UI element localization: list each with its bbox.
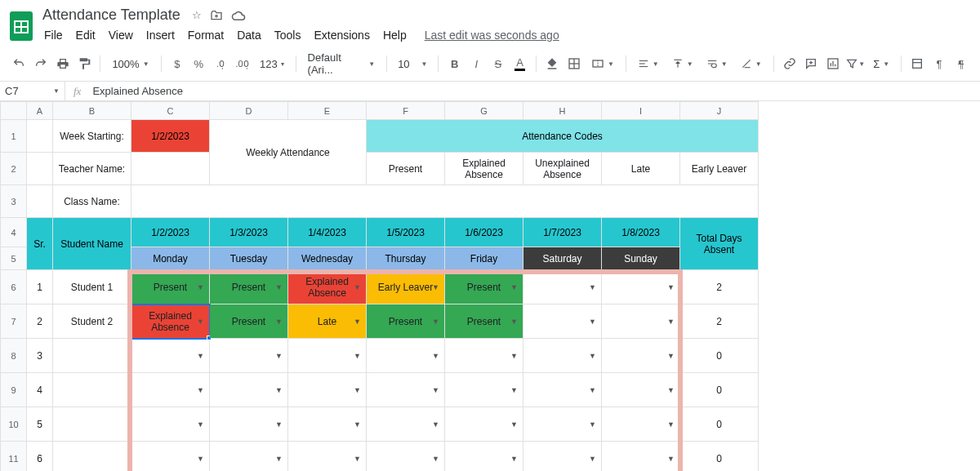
col-header[interactable]: C: [131, 102, 210, 120]
cell-studentname-header[interactable]: Student Name: [53, 218, 131, 270]
cell-student-name[interactable]: Student 2: [53, 304, 131, 339]
row-header[interactable]: 4: [1, 218, 27, 247]
attendance-dropdown-cell[interactable]: ▼: [131, 407, 210, 442]
menu-tools[interactable]: Tools: [270, 27, 306, 43]
cell-day-header[interactable]: Thursday: [367, 247, 445, 270]
document-title[interactable]: Attendance Template: [39, 5, 184, 25]
cell-sr[interactable]: 6: [27, 442, 53, 472]
cell[interactable]: [131, 153, 210, 185]
attendance-dropdown-cell[interactable]: ▼: [210, 373, 288, 407]
cell-codes-title[interactable]: Attendance Codes: [367, 120, 759, 153]
attendance-dropdown-cell[interactable]: ▼: [131, 373, 210, 407]
insert-chart-button[interactable]: [824, 54, 843, 73]
cell-sr[interactable]: 5: [27, 407, 53, 442]
redo-button[interactable]: [32, 54, 51, 73]
cell-total-absent[interactable]: 2: [680, 270, 759, 304]
last-edit-link[interactable]: Last edit was seconds ago: [425, 29, 559, 42]
menu-format[interactable]: Format: [183, 27, 229, 43]
tb-extra-1[interactable]: [908, 54, 927, 73]
attendance-dropdown-cell[interactable]: ▼: [602, 373, 680, 407]
undo-button[interactable]: [10, 54, 29, 73]
rotate-button[interactable]: ▼: [736, 56, 767, 71]
attendance-dropdown-cell[interactable]: ▼: [445, 339, 523, 373]
fill-color-button[interactable]: [543, 54, 562, 73]
cell-date-header[interactable]: 1/3/2023: [210, 218, 288, 247]
row-header[interactable]: 7: [1, 304, 27, 339]
attendance-dropdown-cell[interactable]: Early Leaver▼: [367, 270, 445, 304]
cell-code[interactable]: Late: [602, 153, 680, 185]
merge-cells-button[interactable]: ▼: [586, 56, 619, 72]
zoom-combo[interactable]: 100%▼: [107, 56, 154, 72]
attendance-dropdown-cell[interactable]: ▼: [367, 442, 445, 472]
cell-teacher-name-label[interactable]: Teacher Name:: [53, 153, 131, 185]
attendance-dropdown-cell[interactable]: ▼: [602, 304, 680, 339]
cell[interactable]: [131, 185, 759, 218]
row-header[interactable]: 3: [1, 185, 27, 218]
cell-date-header[interactable]: 1/6/2023: [445, 218, 523, 247]
filter-button[interactable]: ▼: [845, 54, 865, 73]
col-header[interactable]: D: [210, 102, 288, 120]
cell-day-header[interactable]: Sunday: [602, 247, 680, 270]
attendance-dropdown-cell[interactable]: Present▼: [131, 270, 210, 304]
font-combo[interactable]: Default (Ari...▼: [303, 50, 381, 78]
row-header[interactable]: 9: [1, 373, 27, 407]
cell-date-header[interactable]: 1/4/2023: [288, 218, 367, 247]
borders-button[interactable]: [564, 54, 583, 73]
attendance-dropdown-cell[interactable]: ▼: [367, 339, 445, 373]
format-percent-button[interactable]: %: [189, 54, 208, 73]
bold-button[interactable]: B: [445, 54, 464, 73]
attendance-dropdown-cell[interactable]: ▼: [288, 442, 367, 472]
strike-button[interactable]: S: [489, 54, 508, 73]
cell-code[interactable]: Unexplained Absence: [523, 153, 602, 185]
cell-day-header[interactable]: Friday: [445, 247, 523, 270]
attendance-dropdown-cell[interactable]: ▼: [288, 407, 367, 442]
attendance-dropdown-cell[interactable]: ▼: [602, 339, 680, 373]
tb-extra-3[interactable]: ¶: [951, 54, 970, 73]
italic-button[interactable]: I: [467, 54, 486, 73]
attendance-dropdown-cell[interactable]: ▼: [523, 304, 602, 339]
attendance-dropdown-cell[interactable]: Present▼: [367, 304, 445, 339]
attendance-dropdown-cell[interactable]: ▼: [445, 373, 523, 407]
halign-button[interactable]: ▼: [633, 56, 664, 71]
cell-student-name[interactable]: [53, 407, 131, 442]
cell-sr[interactable]: 1: [27, 270, 53, 304]
name-box[interactable]: C7 ▼: [0, 82, 65, 100]
attendance-dropdown-cell[interactable]: ▼: [288, 339, 367, 373]
cell-total-absent[interactable]: 0: [680, 442, 759, 472]
attendance-dropdown-cell[interactable]: Explained Absence▼: [288, 270, 367, 304]
cell[interactable]: [27, 185, 53, 218]
attendance-dropdown-cell[interactable]: ▼: [523, 407, 602, 442]
cell-sr[interactable]: 4: [27, 373, 53, 407]
attendance-dropdown-cell[interactable]: ▼: [602, 442, 680, 472]
paint-format-button[interactable]: [75, 54, 94, 73]
attendance-dropdown-cell[interactable]: ▼: [131, 442, 210, 472]
attendance-dropdown-cell[interactable]: ▼: [131, 339, 210, 373]
cell-student-name[interactable]: [53, 339, 131, 373]
insert-link-button[interactable]: [780, 54, 799, 73]
cell-total-absent[interactable]: 2: [680, 304, 759, 339]
col-header[interactable]: A: [27, 102, 53, 120]
font-size-combo[interactable]: 10▼: [394, 56, 431, 72]
functions-button[interactable]: Σ▼: [868, 56, 894, 72]
cell[interactable]: [27, 120, 53, 153]
cell-student-name[interactable]: [53, 442, 131, 472]
cell-date-header[interactable]: 1/8/2023: [602, 218, 680, 247]
row-header[interactable]: 6: [1, 270, 27, 304]
attendance-dropdown-cell[interactable]: ▼: [523, 442, 602, 472]
attendance-dropdown-cell[interactable]: ▼: [523, 339, 602, 373]
select-all-corner[interactable]: [1, 102, 27, 120]
number-format-combo[interactable]: 123▾: [255, 56, 289, 72]
attendance-dropdown-cell[interactable]: ▼: [288, 373, 367, 407]
attendance-dropdown-cell[interactable]: ▼: [445, 442, 523, 472]
cell-total-absent-header[interactable]: Total Days Absent: [680, 218, 759, 270]
cell-date-header[interactable]: 1/2/2023: [131, 218, 210, 247]
increase-decimals-button[interactable]: .00̩: [233, 54, 252, 73]
star-icon[interactable]: ☆: [192, 9, 202, 22]
attendance-dropdown-cell[interactable]: Explained Absence▼: [131, 304, 210, 339]
row-header[interactable]: 1: [1, 120, 27, 153]
format-currency-button[interactable]: $: [167, 54, 186, 73]
spreadsheet-grid[interactable]: A B C D E F G H I J 1 Week Starting: 1/2…: [0, 101, 980, 471]
attendance-dropdown-cell[interactable]: ▼: [210, 442, 288, 472]
col-header[interactable]: G: [445, 102, 523, 120]
cell-total-absent[interactable]: 0: [680, 407, 759, 442]
